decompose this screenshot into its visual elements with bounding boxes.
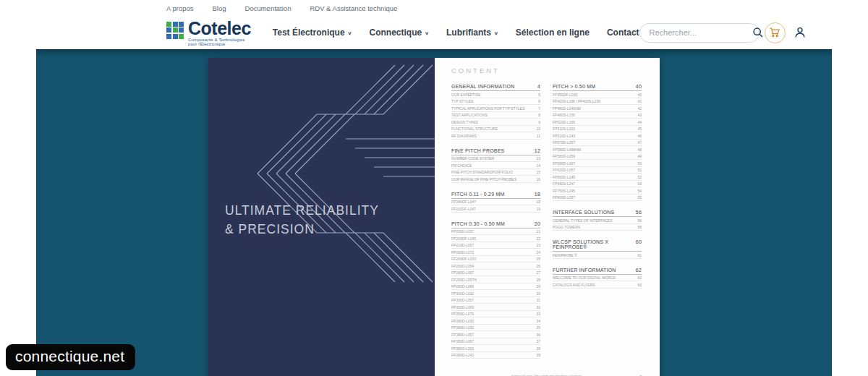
toc-section-header[interactable]: INTERFACE SOLUTIONS56 [553, 208, 642, 217]
toc-entry[interactable]: FP480D-L046NM42 [553, 105, 642, 112]
nav-item-connectique[interactable]: Connectique∨ [369, 27, 429, 38]
toc-entry[interactable]: WELCOME TO OUR DIGITAL WORLD62 [553, 275, 642, 282]
toc-entry-page: 32 [536, 305, 540, 309]
toc-entry[interactable]: FP510D-L24346 [553, 132, 642, 140]
toc-entry-page: 34 [536, 319, 540, 323]
toc-entry[interactable]: FP680S-L24753 [553, 181, 642, 188]
toc-entry[interactable]: RF DIAGRAMS11 [451, 132, 540, 140]
toc-entry-page: 55 [637, 195, 642, 200]
toc-entry[interactable]: CATALOGS AND FLYERS63 [553, 281, 642, 289]
topbar-link[interactable]: RDV & Assistance technique [310, 4, 397, 12]
pdf-viewer[interactable]: ULTIMATE RELIABILITY & PRECISION CONTENT… [36, 49, 832, 376]
toc-entry[interactable]: FP570D-L05747 [553, 140, 642, 147]
topbar-link[interactable]: A propos [166, 4, 194, 12]
toc-section-header[interactable]: FURTHER INFORMATION62 [553, 266, 642, 275]
toc-section-header[interactable]: PITCH 0.30 - 0.50 MM20 [451, 220, 540, 228]
toc-entry[interactable]: FP380D-L24339 [451, 352, 540, 359]
toc-entry[interactable]: FP380D-L06737 [451, 338, 540, 346]
nav-item-lubrifiants[interactable]: Lubrifiants∨ [446, 27, 498, 38]
search-input[interactable] [650, 28, 752, 37]
toc-section-header[interactable]: PITCH > 0.50 MM40 [553, 82, 642, 91]
toc-entry[interactable]: TYP STYLES6 [451, 98, 540, 106]
toc-entry[interactable]: FP750S-L24554 [553, 187, 642, 195]
toc-section-header[interactable]: GENERAL INFORMATION4 [451, 82, 540, 91]
toc-entry[interactable]: FP210D-L05723 [451, 242, 540, 249]
toc-section-page: 20 [535, 221, 540, 226]
topbar-link[interactable]: Documentation [245, 4, 292, 12]
user-button[interactable] [791, 23, 809, 42]
toc-entry-page: 63 [637, 283, 642, 287]
toc-section-title: WLCSP SOLUTIONS X FEINPROBE® [553, 239, 636, 249]
toc-entry[interactable]: FP580D-L05949 [553, 153, 642, 161]
toc-column: GENERAL INFORMATION4OUR EXPERTISE5TYP ST… [451, 82, 540, 359]
toc-entry[interactable]: FP420S-L188 / FP420S-L23941 [553, 98, 642, 106]
brand-name: Cotelec [188, 20, 251, 37]
toc-entry[interactable]: FM CHOICE14 [451, 162, 540, 169]
toc-entry[interactable]: TYPICAL APPLICATIONS FOR TYP STYLES7 [451, 105, 540, 112]
toc-entry[interactable]: TEST APPLICATIONS8 [451, 112, 540, 119]
toc-entry[interactable]: FP580D-L06750 [553, 160, 642, 167]
toc-entry[interactable]: FP380D-L05736 [451, 331, 540, 338]
nav-item-s-lection-en-ligne[interactable]: Sélection en ligne [516, 27, 590, 38]
toc-entry[interactable]: FP260DF-L03325 [451, 256, 540, 263]
toc-section-header[interactable]: WLCSP SOLUTIONS X FEINPROBE®60 [553, 238, 642, 252]
toc-entry[interactable]: OUR EXPERTISE5 [451, 91, 540, 98]
toc-entry[interactable]: FP350D-L06932 [451, 304, 540, 311]
toc-entry[interactable]: FP300D-L05731 [451, 297, 540, 304]
toc-entry[interactable]: FP350DF-L03540 [553, 91, 642, 98]
nav-item-label: Contact [607, 27, 639, 38]
toc-entry-page: 8 [538, 113, 540, 117]
toc-entry[interactable]: FP580D-L058NM48 [553, 146, 642, 153]
toc-entry[interactable]: FP510S-L20345 [553, 126, 642, 133]
toc-entry[interactable]: FP260D-L06629 [451, 283, 540, 291]
toc-entry-page: 53 [637, 181, 642, 186]
toc-entry-page: 40 [637, 93, 642, 97]
toc-entry[interactable]: FP110DF-L04719 [451, 205, 540, 213]
chevron-down-icon: ∨ [494, 30, 498, 35]
toc-entry[interactable]: FP630D-L05751 [553, 167, 642, 174]
toc-entry[interactable]: FP660D-L24552 [553, 174, 642, 181]
toc-section-header[interactable]: FINE PITCH PROBES12 [451, 147, 540, 155]
toc-entry[interactable]: FUNCTIONAL STRUCTURE10 [451, 126, 540, 133]
toc-entry[interactable]: FP380D-L03235 [451, 325, 540, 332]
toc-entry-label: RF DIAGRAMS [451, 134, 477, 138]
search-icon[interactable] [752, 27, 764, 38]
toc-entry[interactable]: FP480S-L15843 [553, 112, 642, 119]
toc-entry[interactable]: FP200DF-L04522 [451, 235, 540, 242]
toc-entry-page: 15 [536, 170, 540, 174]
brand-logo[interactable]: Cotelec Composants & Technologies pour l… [166, 20, 251, 46]
toc-entry-label: FINE PITCH STANDARDPORTFOLIO [451, 170, 513, 174]
toc-entry[interactable]: POGO TOWERS58 [553, 224, 642, 231]
toc-entry[interactable]: DESIGN TYPES9 [451, 119, 540, 126]
toc-entry[interactable]: FP200D-L03721 [451, 228, 540, 236]
toc-entry[interactable]: FP350D-L07633 [451, 311, 540, 318]
toc-entry-page: 35 [536, 325, 540, 330]
toc-entry[interactable]: NUMBER CODE SYSTEM13 [451, 155, 540, 163]
toc-entry[interactable]: FP090DF-L04718 [451, 199, 540, 206]
toc-section-header[interactable]: PITCH 0.11 - 0.29 MM18 [451, 190, 540, 199]
nav-item-label: Sélection en ligne [516, 27, 590, 38]
toc-entry[interactable]: FP510D-L16644 [553, 119, 642, 126]
topbar-link[interactable]: Blog [213, 4, 226, 12]
toc-entry[interactable]: GENERAL TYPES OF INTERFACES56 [553, 217, 642, 224]
toc-entry[interactable]: FEINPROBE ®61 [553, 252, 642, 259]
nav-item-contact[interactable]: Contact [607, 27, 639, 38]
toc-entry[interactable]: FP380D-L03034 [451, 317, 540, 325]
toc-entry-page: 29 [536, 284, 540, 289]
search-box[interactable] [639, 23, 760, 43]
toc-entry[interactable]: FP260D-L07224 [451, 249, 540, 256]
toc-entry[interactable]: FP380S-L20338 [451, 345, 540, 352]
nav-item-label: Connectique [369, 27, 422, 38]
toc-entry[interactable]: FINE PITCH STANDARDPORTFOLIO15 [451, 169, 540, 176]
toc-entry-page: 10 [536, 127, 540, 131]
toc-entry[interactable]: OUR RANGE OF FINE PITCH PROBES16 [451, 176, 540, 183]
toc-entry[interactable]: FP300D-L03230 [451, 290, 540, 297]
cart-button[interactable] [765, 22, 786, 43]
toc-entry[interactable]: FP260D-L057H28 [451, 276, 540, 283]
toc-entry[interactable]: FP260D-L05727 [451, 270, 540, 277]
toc-entry-page: 26 [536, 264, 540, 268]
toc-entry[interactable]: FP800D-L05755 [553, 195, 642, 202]
toc-entry-label: WELCOME TO OUR DIGITAL WORLD [553, 275, 616, 280]
toc-entry[interactable]: FP260D-L05426 [451, 262, 540, 270]
nav-item-test-lectronique[interactable]: Test Électronique∨ [273, 27, 352, 38]
